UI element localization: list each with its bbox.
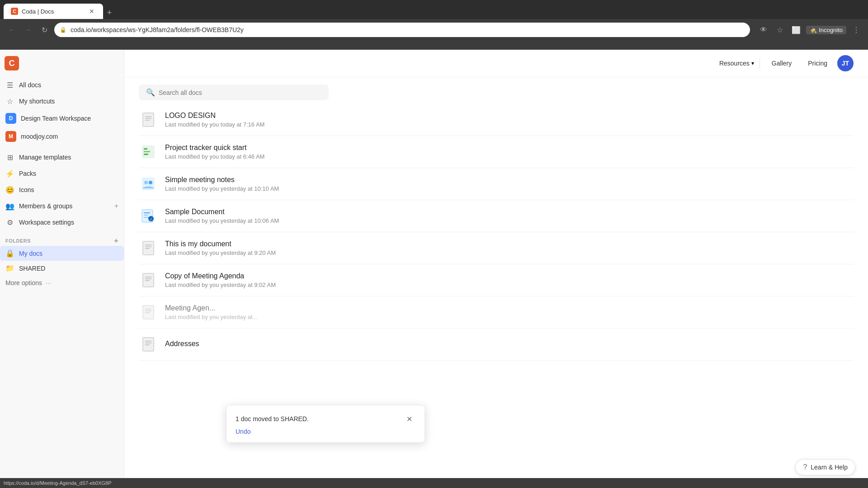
doc-item[interactable]: Simple meeting notes Last modified by yo… bbox=[139, 168, 854, 200]
search-input[interactable] bbox=[159, 89, 321, 96]
packs-label: Packs bbox=[19, 170, 118, 177]
doc-meta: Last modified by you today at 6:46 AM bbox=[165, 153, 854, 160]
svg-rect-6 bbox=[144, 151, 150, 152]
doc-list: LOGO DESIGN Last modified by you today a… bbox=[124, 104, 868, 361]
icons-icon: 😊 bbox=[5, 185, 14, 194]
resources-button[interactable]: Resources ▾ bbox=[719, 60, 754, 67]
sidebar-item-shortcuts[interactable]: ☆ My shortcuts bbox=[0, 93, 124, 109]
svg-rect-14 bbox=[144, 217, 149, 218]
sidebar-item-design-workspace[interactable]: D Design Team Workspace bbox=[0, 109, 124, 127]
folder-my-docs[interactable]: 🔒 My docs bbox=[0, 246, 124, 261]
toast-message: 1 doc moved to SHARED. bbox=[236, 415, 309, 422]
shortcuts-label: My shortcuts bbox=[19, 98, 118, 105]
address-url: coda.io/workspaces/ws-YgKJ8fam2a/folders… bbox=[71, 26, 244, 33]
tab-close-button[interactable]: ✕ bbox=[88, 7, 96, 15]
sidebar-item-members[interactable]: 👥 Members & groups + bbox=[0, 198, 124, 214]
doc-info: Project tracker quick start Last modifie… bbox=[165, 144, 854, 160]
doc-item[interactable]: ✓ Sample Document Last modified by you y… bbox=[139, 200, 854, 232]
sidebar-item-manage-templates[interactable]: ⊞ Manage templates bbox=[0, 149, 124, 165]
address-bar[interactable]: 🔒 coda.io/workspaces/ws-YgKJ8fam2a/folde… bbox=[54, 23, 750, 37]
svg-rect-13 bbox=[144, 215, 148, 216]
packs-icon: ⚡ bbox=[5, 169, 14, 178]
more-menu-button[interactable]: ⋮ bbox=[850, 23, 863, 36]
bookmark-star-icon[interactable]: ☆ bbox=[774, 23, 786, 36]
svg-point-9 bbox=[144, 181, 148, 184]
doc-meta: Last modified by you yesterday at 9:02 A… bbox=[165, 282, 854, 288]
learn-help-button[interactable]: ? Learn & Help bbox=[795, 459, 855, 475]
sidebar-item-all-docs[interactable]: ☰ All docs bbox=[0, 77, 124, 93]
doc-title: Sample Document bbox=[165, 208, 854, 216]
folder-shared[interactable]: 📁 SHARED bbox=[0, 261, 124, 276]
doc-title: Project tracker quick start bbox=[165, 144, 854, 152]
toast-close-button[interactable]: ✕ bbox=[403, 413, 415, 425]
folders-section-header: FOLDERS + bbox=[0, 234, 124, 246]
settings-icon: ⚙ bbox=[5, 218, 14, 227]
folder-icon: 📁 bbox=[5, 264, 14, 272]
divider bbox=[760, 58, 760, 69]
user-avatar[interactable]: JT bbox=[837, 55, 854, 71]
toast-top: 1 doc moved to SHARED. ✕ bbox=[236, 413, 415, 425]
status-url: https://coda.io/d/Meeting-Agenda_dS7-eb0… bbox=[4, 480, 112, 486]
doc-title: Meeting Agen... bbox=[165, 304, 854, 312]
learn-help-label: Learn & Help bbox=[811, 464, 848, 471]
tab-favicon: C bbox=[11, 8, 18, 15]
svg-rect-25 bbox=[143, 305, 154, 319]
svg-rect-5 bbox=[144, 148, 147, 150]
svg-rect-0 bbox=[143, 113, 154, 127]
doc-icon bbox=[139, 142, 158, 161]
doc-meta: Last modified by you yesterday at 10:06 … bbox=[165, 217, 854, 224]
sidebar-item-icons[interactable]: 😊 Icons bbox=[0, 182, 124, 198]
doc-icon bbox=[139, 303, 158, 322]
toast-undo-button[interactable]: Undo bbox=[236, 428, 415, 435]
resources-dropdown-icon: ▾ bbox=[751, 60, 754, 66]
new-tab-button[interactable]: + bbox=[103, 6, 116, 19]
doc-item[interactable]: Project tracker quick start Last modifie… bbox=[139, 136, 854, 168]
add-folder-button[interactable]: + bbox=[114, 237, 118, 245]
add-member-button[interactable]: + bbox=[114, 202, 118, 210]
icons-label: Icons bbox=[19, 186, 118, 193]
members-icon: 👥 bbox=[5, 202, 14, 211]
svg-point-10 bbox=[149, 181, 152, 184]
doc-title: Copy of Meeting Agenda bbox=[165, 272, 854, 280]
main-header: Resources ▾ Gallery Pricing JT bbox=[124, 50, 868, 77]
split-screen-icon[interactable]: ⬜ bbox=[790, 23, 802, 36]
doc-item[interactable]: Meeting Agen... Last modified by you yes… bbox=[139, 296, 854, 328]
refresh-button[interactable]: ↻ bbox=[38, 23, 51, 36]
search-input-wrap[interactable]: 🔍 bbox=[139, 84, 329, 100]
svg-rect-29 bbox=[143, 338, 154, 351]
doc-icon bbox=[139, 335, 158, 354]
back-button[interactable]: ← bbox=[5, 23, 18, 36]
doc-meta: Last modified by you today at 7:16 AM bbox=[165, 121, 854, 128]
doc-icon bbox=[139, 110, 158, 129]
doc-info: Copy of Meeting Agenda Last modified by … bbox=[165, 272, 854, 288]
all-docs-icon: ☰ bbox=[5, 80, 14, 89]
doc-icon bbox=[139, 239, 158, 258]
doc-meta: Last modified by you yesterday at 10:10 … bbox=[165, 185, 854, 192]
pricing-button[interactable]: Pricing bbox=[802, 57, 834, 70]
incognito-badge: 🕵 Incognito bbox=[806, 26, 846, 34]
doc-item[interactable]: LOGO DESIGN Last modified by you today a… bbox=[139, 104, 854, 136]
forward-button[interactable]: → bbox=[22, 23, 34, 36]
members-label: Members & groups bbox=[19, 202, 110, 210]
sidebar-item-packs[interactable]: ⚡ Packs bbox=[0, 165, 124, 182]
svg-rect-17 bbox=[143, 241, 154, 255]
sidebar: C ☰ All docs ☆ My shortcuts D Design Tea… bbox=[0, 50, 124, 488]
my-docs-label: My docs bbox=[19, 250, 42, 257]
doc-item[interactable]: Copy of Meeting Agenda Last modified by … bbox=[139, 264, 854, 296]
manage-templates-label: Manage templates bbox=[19, 154, 118, 161]
doc-info: This is my document Last modified by you… bbox=[165, 240, 854, 256]
app-logo[interactable]: C bbox=[4, 55, 20, 71]
sidebar-item-workspace-settings[interactable]: ⚙ Workspace settings bbox=[0, 214, 124, 230]
doc-item[interactable]: Addresses bbox=[139, 328, 854, 361]
gallery-button[interactable]: Gallery bbox=[765, 57, 798, 70]
more-options[interactable]: More options ··· bbox=[0, 276, 124, 290]
doc-info: Simple meeting notes Last modified by yo… bbox=[165, 176, 854, 192]
doc-info: LOGO DESIGN Last modified by you today a… bbox=[165, 112, 854, 128]
sidebar-item-moodjoy[interactable]: M moodjoy.com bbox=[0, 127, 124, 145]
moodjoy-label: moodjoy.com bbox=[21, 133, 58, 140]
doc-info: Sample Document Last modified by you yes… bbox=[165, 208, 854, 224]
more-options-icon: ··· bbox=[46, 279, 51, 286]
design-workspace-label: Design Team Workspace bbox=[21, 115, 91, 122]
doc-item[interactable]: This is my document Last modified by you… bbox=[139, 232, 854, 264]
active-tab[interactable]: C Coda | Docs ✕ bbox=[4, 4, 103, 19]
